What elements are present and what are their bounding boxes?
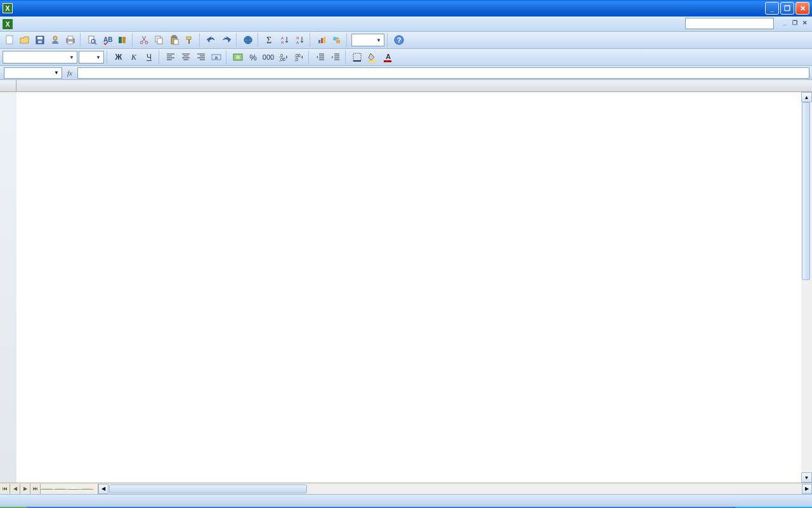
excel-icon: X (3, 3, 13, 13)
print-preview-icon[interactable] (85, 33, 99, 47)
font-name-combo[interactable]: ▼ (3, 51, 77, 64)
ask-question-input[interactable] (685, 18, 774, 29)
tab-nav-next[interactable]: ▶ (20, 484, 30, 494)
merge-center-icon[interactable]: a (209, 50, 223, 64)
align-center-icon[interactable] (179, 50, 193, 64)
save-icon[interactable] (33, 33, 47, 47)
fill-color-icon[interactable] (365, 50, 379, 64)
sheet-tab-1[interactable] (40, 488, 54, 490)
sheet-tab-2[interactable] (53, 488, 67, 490)
font-size-combo[interactable]: ▼ (79, 51, 104, 64)
cut-icon[interactable] (137, 33, 151, 47)
doc-restore-button[interactable]: ❐ (790, 18, 799, 27)
menu-window[interactable] (86, 23, 96, 25)
sheet-tab-4[interactable] (80, 488, 94, 490)
increase-decimal-icon[interactable]: ,0,00 (277, 50, 291, 64)
zoom-combo[interactable]: ▼ (351, 34, 384, 46)
window-close-button[interactable]: ✕ (796, 2, 809, 15)
tab-nav-prev[interactable]: ◀ (10, 484, 20, 494)
open-icon[interactable] (18, 33, 32, 47)
svg-line-15 (95, 43, 96, 44)
vertical-scroll-thumb[interactable] (802, 102, 810, 280)
name-box[interactable]: ▼ (4, 67, 62, 79)
decrease-indent-icon[interactable] (313, 50, 327, 64)
svg-rect-22 (157, 38, 162, 44)
svg-text:,0: ,0 (294, 57, 298, 62)
horizontal-scroll-thumb[interactable] (109, 485, 307, 493)
svg-text:a: a (215, 55, 218, 60)
comma-icon[interactable]: 000 (261, 50, 275, 64)
svg-rect-37 (324, 37, 325, 43)
window-minimize-button[interactable]: _ (765, 2, 779, 15)
research-icon[interactable] (115, 33, 129, 47)
drawing-icon[interactable] (330, 33, 344, 47)
menu-format[interactable] (56, 23, 66, 25)
menu-view[interactable] (36, 23, 46, 25)
decrease-decimal-icon[interactable]: ,00,0 (292, 50, 306, 64)
align-right-icon[interactable] (194, 50, 208, 64)
doc-minimize-button[interactable]: _ (780, 18, 789, 27)
formula-bar[interactable] (77, 67, 809, 79)
window-restore-button[interactable]: ❐ (780, 2, 794, 15)
svg-text:,00: ,00 (279, 57, 285, 62)
autosum-icon[interactable]: Σ (263, 33, 277, 47)
sheet-tab-3[interactable] (67, 488, 81, 490)
svg-rect-17 (119, 37, 122, 43)
doc-close-button[interactable]: ✕ (801, 18, 809, 27)
percent-icon[interactable]: % (246, 50, 260, 64)
svg-rect-26 (188, 39, 190, 44)
tab-nav-last[interactable]: ⏭ (30, 484, 41, 494)
increase-indent-icon[interactable] (329, 50, 343, 64)
scroll-right-button[interactable]: ▶ (802, 484, 812, 494)
help-icon[interactable]: ? (392, 33, 406, 47)
sort-desc-icon[interactable]: ЯА (293, 33, 307, 47)
menu-edit[interactable] (25, 23, 36, 25)
menu-help[interactable] (96, 23, 107, 25)
scroll-left-button[interactable]: ◀ (98, 484, 108, 494)
new-doc-icon[interactable] (3, 33, 16, 47)
formatting-toolbar: ▼ ▼ Ж К Ч a % 000 ,0,00 ,00,0 A (0, 49, 812, 66)
svg-point-19 (140, 41, 143, 44)
sort-asc-icon[interactable]: АЯ (278, 33, 292, 47)
svg-rect-54 (384, 60, 391, 62)
underline-icon[interactable]: Ч (142, 50, 156, 64)
scroll-down-button[interactable]: ▼ (801, 472, 812, 483)
undo-icon[interactable] (204, 33, 218, 47)
menu-tools[interactable] (66, 23, 76, 25)
svg-text:Я: Я (281, 41, 284, 44)
menubar: X _ ❐ ✕ (0, 17, 812, 32)
standard-toolbar: ABC Σ АЯ ЯА ▼ ? (0, 32, 812, 49)
svg-point-45 (236, 55, 240, 59)
paste-icon[interactable] (167, 33, 181, 47)
menu-insert[interactable] (46, 23, 56, 25)
borders-icon[interactable] (350, 50, 364, 64)
tab-nav-first[interactable]: ⏮ (0, 484, 10, 494)
copy-icon[interactable] (152, 33, 166, 47)
currency-icon[interactable] (231, 50, 245, 64)
vertical-scrollbar[interactable]: ▲ ▼ (801, 92, 812, 483)
svg-text:X: X (6, 21, 10, 28)
chart-wizard-icon[interactable] (315, 33, 329, 47)
permission-icon[interactable] (48, 33, 62, 47)
italic-icon[interactable]: К (127, 50, 141, 64)
select-all-corner[interactable] (0, 80, 16, 91)
fx-icon[interactable]: fx (67, 69, 72, 77)
menu-file[interactable] (15, 23, 25, 25)
sheet-tabs-row: ⏮ ◀ ▶ ⏭ ◀ ▶ (0, 483, 812, 494)
spreadsheet-grid[interactable]: ▲ ▼ (0, 80, 812, 483)
spelling-icon[interactable]: ABC (100, 33, 114, 47)
svg-rect-24 (173, 36, 176, 37)
format-painter-icon[interactable] (183, 33, 197, 47)
print-icon[interactable] (63, 33, 77, 47)
bold-icon[interactable]: Ж (112, 50, 126, 64)
hyperlink-icon[interactable] (241, 33, 255, 47)
align-left-icon[interactable] (164, 50, 178, 64)
redo-icon[interactable] (219, 33, 233, 47)
font-color-icon[interactable]: A (381, 50, 395, 64)
horizontal-scrollbar[interactable]: ◀ ▶ (98, 484, 812, 494)
svg-rect-50 (353, 53, 361, 61)
menu-data[interactable] (76, 23, 86, 25)
window-titlebar: X _ ❐ ✕ (0, 0, 812, 17)
scroll-up-button[interactable]: ▲ (801, 92, 812, 102)
svg-rect-25 (174, 39, 178, 44)
